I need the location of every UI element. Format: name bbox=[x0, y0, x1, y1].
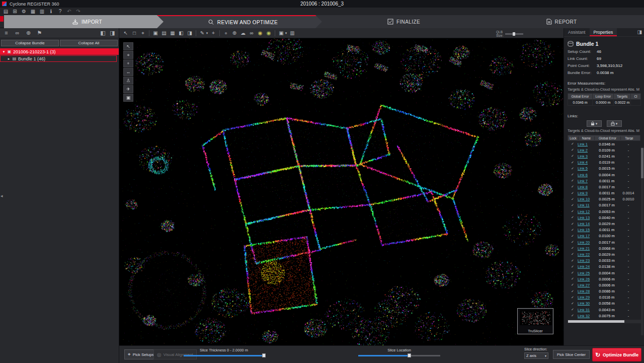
link-name[interactable]: Link 31 bbox=[578, 308, 594, 312]
lock-check-icon[interactable]: ✓ bbox=[568, 191, 578, 195]
setup-marker-icon[interactable]: ◉ bbox=[256, 29, 264, 37]
links-horizontal-scrollbar[interactable] bbox=[568, 320, 641, 323]
toolbar-separator[interactable] bbox=[219, 30, 220, 36]
modules-icon[interactable]: ▦ bbox=[29, 8, 37, 15]
lock-check-icon[interactable]: ✓ bbox=[568, 246, 578, 250]
lock-check-icon[interactable]: ✓ bbox=[568, 296, 578, 300]
caret-down-icon[interactable]: ▾ bbox=[205, 29, 209, 37]
link-name[interactable]: Link 22 bbox=[578, 252, 594, 257]
link-name[interactable]: Link 29 bbox=[578, 295, 594, 300]
redo-icon[interactable]: ↷ bbox=[74, 8, 82, 15]
info-icon[interactable]: ℹ bbox=[47, 8, 55, 15]
slider-handle[interactable] bbox=[262, 353, 266, 357]
slice-location-slider[interactable] bbox=[358, 355, 440, 356]
lock-check-icon[interactable]: ✓ bbox=[568, 234, 578, 238]
link-name[interactable]: Link 30 bbox=[578, 301, 594, 306]
pick-point-icon[interactable]: + bbox=[209, 29, 217, 37]
select-tool-icon[interactable]: ↖ bbox=[123, 42, 133, 50]
link-name[interactable]: Link 25 bbox=[578, 271, 594, 275]
slice-thickness-slider[interactable] bbox=[184, 355, 264, 356]
link-name[interactable]: Link 13 bbox=[578, 215, 594, 220]
Link 3[interactable]: ✓ Link 3 0.0241 m - bbox=[568, 153, 640, 159]
pick-slice-center-button[interactable]: Pick Slice Center bbox=[553, 350, 590, 359]
lock-check-icon[interactable]: ✓ bbox=[568, 154, 578, 158]
lock-check-icon[interactable]: ✓ bbox=[568, 167, 578, 171]
tab-assistant[interactable]: Assistant bbox=[564, 28, 590, 36]
link-name[interactable]: Link 27 bbox=[578, 283, 594, 287]
sites-tab-icon[interactable]: ⊕ bbox=[25, 30, 32, 36]
lock-check-icon[interactable]: ✓ bbox=[568, 185, 578, 189]
pick-tool-icon[interactable]: ⌖ bbox=[123, 51, 133, 59]
Link 32[interactable]: ✓ Link 32 0.0075 m - bbox=[568, 313, 640, 319]
lock-check-icon[interactable]: ✓ bbox=[568, 228, 578, 232]
Link 30[interactable]: ✓ Link 30 0.0058 m - bbox=[568, 301, 640, 307]
fly-tool-icon[interactable]: ✈ bbox=[123, 85, 133, 93]
tags-tab-icon[interactable]: ⚑ bbox=[36, 30, 43, 36]
storage-icon[interactable]: ▥ bbox=[38, 8, 46, 15]
lock-check-icon[interactable]: ✓ bbox=[568, 179, 578, 183]
Link 14[interactable]: ✓ Link 14 0.0029 m - bbox=[568, 221, 640, 227]
truslicer-canvas[interactable] bbox=[520, 310, 552, 325]
links-tab-icon[interactable]: ∞ bbox=[14, 30, 21, 36]
tab-properties[interactable]: Properties bbox=[590, 28, 617, 36]
lock-check-icon[interactable]: ✓ bbox=[568, 302, 578, 306]
Link 23[interactable]: ✓ Link 23 0.0033 m - bbox=[568, 258, 640, 264]
Link 5[interactable]: ✓ Link 5 0.0015 m - bbox=[568, 166, 640, 172]
slice-direction-select[interactable]: Z axis ▾ bbox=[524, 352, 548, 359]
Link 1[interactable]: ✓ Link 1 0.0346 m - bbox=[568, 141, 640, 147]
undo-icon[interactable]: ↶ bbox=[65, 8, 73, 15]
cloud-icon[interactable]: ☁ bbox=[239, 29, 247, 37]
lock-check-icon[interactable]: ✓ bbox=[568, 161, 578, 165]
quad-view-icon[interactable]: ◨ bbox=[186, 29, 194, 37]
Link 11[interactable]: ✓ Link 11 0.0017 m - bbox=[568, 202, 640, 208]
workflow-step-finalize[interactable]: FINALIZE bbox=[315, 15, 492, 28]
Link 31[interactable]: ✓ Link 31 0.0043 m - bbox=[568, 307, 640, 313]
lock-check-icon[interactable]: ✓ bbox=[568, 209, 578, 213]
split-view-icon[interactable]: ◧ bbox=[177, 29, 185, 37]
collapse-panel-icon[interactable]: ◨ bbox=[109, 30, 116, 36]
link-name[interactable]: Link 2 bbox=[578, 148, 594, 153]
help-icon[interactable]: ? bbox=[56, 8, 64, 15]
link-name[interactable]: Link 17 bbox=[578, 234, 594, 238]
view-cube-tool-icon[interactable]: ▣ bbox=[123, 94, 133, 102]
lock-check-icon[interactable]: ✓ bbox=[568, 277, 578, 281]
collapse-all-button[interactable]: Collapse All bbox=[60, 40, 118, 46]
rectangle-select-icon[interactable]: □ bbox=[130, 29, 138, 37]
monitor-icon[interactable]: ▦ bbox=[169, 29, 177, 37]
camera-icon[interactable]: ▣ bbox=[151, 29, 159, 37]
optimize-bundle-button[interactable]: ↻ Optimize Bundle bbox=[592, 348, 641, 361]
lock-check-icon[interactable]: ✓ bbox=[568, 203, 578, 207]
lock-check-icon[interactable]: ✓ bbox=[568, 142, 578, 146]
link-name[interactable]: Link 28 bbox=[578, 289, 594, 294]
link-name[interactable]: Link 24 bbox=[578, 264, 594, 269]
lock-check-icon[interactable]: ✓ bbox=[568, 173, 578, 177]
Link 22[interactable]: ✓ Link 22 0.0029 m - bbox=[568, 251, 640, 257]
snapshot-icon[interactable]: ▤ bbox=[160, 29, 168, 37]
expander-icon[interactable]: ▸ bbox=[7, 57, 11, 61]
Link 9[interactable]: ✓ Link 9 0.0011 m 0.0014 bbox=[568, 190, 640, 196]
Link 2[interactable]: ✓ Link 2 0.0109 m - bbox=[568, 147, 640, 153]
lock-check-icon[interactable]: ✓ bbox=[568, 240, 578, 244]
Link 17[interactable]: ✓ Link 17 0.0100 m - bbox=[568, 233, 640, 239]
Link 25[interactable]: ✓ Link 25 0.0004 m - bbox=[568, 270, 640, 276]
point-cloud-canvas[interactable] bbox=[119, 38, 564, 345]
unlock-links-button[interactable]: ▾ bbox=[607, 120, 622, 127]
Link 10[interactable]: ✓ Link 10 0.0025 m 0.0010 bbox=[568, 196, 640, 202]
link-name[interactable]: Link 3 bbox=[578, 154, 594, 159]
globe-icon[interactable]: ⊕ bbox=[230, 29, 238, 37]
lock-check-icon[interactable]: ✓ bbox=[568, 308, 578, 312]
open-project-icon[interactable]: ▤ bbox=[2, 8, 10, 15]
import-icon[interactable]: ⊞ bbox=[11, 8, 19, 15]
tree-item-bundle[interactable]: ▸ ▤ Bundle 1 (46) bbox=[0, 55, 117, 62]
link-name[interactable]: Link 14 bbox=[578, 222, 594, 226]
link-name[interactable]: Link 1 bbox=[578, 142, 594, 147]
lock-check-icon[interactable]: ✓ bbox=[568, 252, 578, 256]
link-name[interactable]: Link 12 bbox=[578, 209, 594, 214]
sidebar-collapse-handle[interactable]: ◂ bbox=[1, 193, 3, 198]
lock-check-icon[interactable]: ✓ bbox=[568, 314, 578, 318]
toolbar-separator[interactable] bbox=[149, 30, 149, 36]
expand-panel-icon[interactable]: ◧ bbox=[100, 30, 106, 36]
lock-check-icon[interactable]: ✓ bbox=[568, 222, 578, 226]
pick-setups-button[interactable]: ⌖ Pick Setups bbox=[124, 349, 157, 359]
measure-tool-icon[interactable]: ↔ bbox=[123, 68, 133, 76]
